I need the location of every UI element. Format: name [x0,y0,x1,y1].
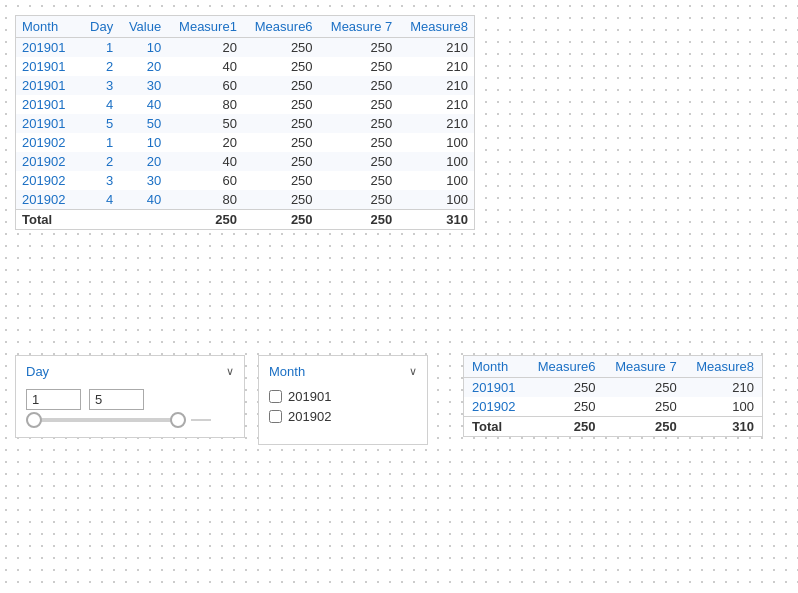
main-table-widget: Month Day Value Measure1 Measure6 Measur… [15,15,475,230]
summary-cell-measure6: 250 [526,397,603,417]
summary-cell-month: 201901 [464,378,526,398]
total-measure1: 250 [167,210,243,230]
col-header-measure8[interactable]: Measure8 [398,16,474,38]
day-max-input[interactable] [89,389,144,410]
cell-measure7: 250 [319,190,399,210]
table-row: 201901 3 30 60 250 250 210 [16,76,474,95]
summary-col-month[interactable]: Month [464,356,526,378]
total-value [119,210,167,230]
total-measure6: 250 [243,210,319,230]
cell-measure1: 80 [167,95,243,114]
total-measure8: 310 [398,210,474,230]
cell-month: 201901 [16,76,81,95]
month-checkbox-label: 201902 [288,409,331,424]
day-slider-thumb-left[interactable] [26,412,42,428]
summary-total-measure8: 310 [685,417,762,437]
cell-measure6: 250 [243,171,319,190]
summary-cell-month: 201902 [464,397,526,417]
cell-measure6: 250 [243,57,319,76]
col-header-measure6[interactable]: Measure6 [243,16,319,38]
day-slider-track[interactable] [26,418,186,422]
cell-measure7: 250 [319,57,399,76]
table-row: 201902 2 20 40 250 250 100 [16,152,474,171]
day-slider-container [26,418,234,422]
cell-measure1: 40 [167,152,243,171]
cell-measure1: 50 [167,114,243,133]
month-filter-header: Month ∨ [269,364,417,379]
cell-value: 40 [119,95,167,114]
col-header-measure1[interactable]: Measure1 [167,16,243,38]
cell-measure8: 210 [398,76,474,95]
day-slider-line [191,419,211,421]
cell-measure6: 250 [243,76,319,95]
cell-measure8: 210 [398,114,474,133]
day-min-input[interactable] [26,389,81,410]
month-checkbox-item: 201901 [269,389,417,404]
table-header-row: Month Day Value Measure1 Measure6 Measur… [16,16,474,38]
cell-value: 30 [119,76,167,95]
summary-table-row: 201901 250 250 210 [464,378,762,398]
cell-measure7: 250 [319,133,399,152]
summary-cell-measure8: 100 [685,397,762,417]
total-day [81,210,119,230]
cell-day: 3 [81,76,119,95]
cell-month: 201902 [16,152,81,171]
cell-measure6: 250 [243,152,319,171]
cell-month: 201901 [16,95,81,114]
cell-value: 50 [119,114,167,133]
table-row: 201901 1 10 20 250 250 210 [16,38,474,58]
cell-value: 30 [119,171,167,190]
cell-measure7: 250 [319,95,399,114]
cell-day: 2 [81,57,119,76]
cell-measure6: 250 [243,190,319,210]
summary-table-row: 201902 250 250 100 [464,397,762,417]
cell-measure7: 250 [319,152,399,171]
cell-month: 201902 [16,171,81,190]
total-label: Total [16,210,81,230]
cell-day: 3 [81,171,119,190]
cell-measure6: 250 [243,38,319,58]
cell-measure7: 250 [319,38,399,58]
month-checkboxes: 201901 201902 [269,389,417,424]
cell-day: 1 [81,38,119,58]
table-row: 201901 2 20 40 250 250 210 [16,57,474,76]
month-checkbox[interactable] [269,390,282,403]
month-filter-panel: Month ∨ 201901 201902 [258,355,428,445]
cell-measure8: 100 [398,133,474,152]
col-header-month[interactable]: Month [16,16,81,38]
cell-value: 40 [119,190,167,210]
cell-measure8: 100 [398,171,474,190]
day-range-inputs [26,389,234,410]
day-filter-chevron[interactable]: ∨ [226,365,234,378]
summary-header-row: Month Measure6 Measure 7 Measure8 [464,356,762,378]
summary-total-measure7: 250 [604,417,685,437]
cell-day: 4 [81,95,119,114]
col-header-value[interactable]: Value [119,16,167,38]
cell-measure1: 60 [167,171,243,190]
day-slider-thumb-right[interactable] [170,412,186,428]
cell-measure7: 250 [319,171,399,190]
month-checkbox-label: 201901 [288,389,331,404]
month-filter-chevron[interactable]: ∨ [409,365,417,378]
summary-total-row: Total 250 250 310 [464,417,762,437]
cell-measure8: 210 [398,57,474,76]
table-row: 201902 1 10 20 250 250 100 [16,133,474,152]
summary-cell-measure6: 250 [526,378,603,398]
day-slider-fill [26,418,186,422]
cell-measure1: 80 [167,190,243,210]
summary-col-measure8[interactable]: Measure8 [685,356,762,378]
total-measure7: 250 [319,210,399,230]
summary-cell-measure7: 250 [604,378,685,398]
table-row: 201901 5 50 50 250 250 210 [16,114,474,133]
cell-measure1: 60 [167,76,243,95]
summary-col-measure7[interactable]: Measure 7 [604,356,685,378]
summary-cell-measure7: 250 [604,397,685,417]
cell-month: 201901 [16,114,81,133]
month-checkbox[interactable] [269,410,282,423]
main-table-body: 201901 1 10 20 250 250 210 201901 2 20 4… [16,38,474,230]
summary-col-measure6[interactable]: Measure6 [526,356,603,378]
cell-measure6: 250 [243,133,319,152]
cell-day: 4 [81,190,119,210]
col-header-day[interactable]: Day [81,16,119,38]
col-header-measure7[interactable]: Measure 7 [319,16,399,38]
